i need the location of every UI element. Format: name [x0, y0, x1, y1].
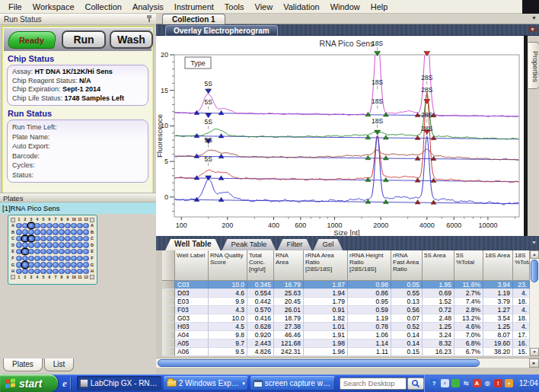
well-F3[interactable]: [28, 256, 33, 261]
well-D9[interactable]: [65, 242, 70, 247]
well-B12[interactable]: [83, 229, 88, 234]
well-F10[interactable]: [71, 256, 76, 261]
well-D4[interactable]: [34, 242, 40, 247]
taskbar-window-button[interactable]: 2 Windows Explorer▾: [164, 376, 248, 390]
menu-help[interactable]: Help: [365, 1, 394, 13]
well-B8[interactable]: [59, 229, 64, 234]
shield-icon[interactable]: !: [494, 379, 502, 387]
well-E7[interactable]: [53, 249, 58, 254]
well-G6[interactable]: [46, 262, 52, 267]
well-H8[interactable]: [59, 269, 64, 274]
well-E11[interactable]: [77, 249, 82, 254]
chevron-down-icon[interactable]: ▼: [531, 15, 537, 21]
well-H3[interactable]: [28, 269, 33, 274]
well-E2[interactable]: [22, 249, 27, 254]
well-F9[interactable]: [65, 256, 70, 261]
menu-analysis[interactable]: Analysis: [127, 1, 169, 13]
tab-collection-1[interactable]: Collection 1: [162, 14, 225, 24]
well-A10[interactable]: [71, 223, 76, 228]
menu-workspace[interactable]: Workspace: [27, 1, 80, 13]
menu-validation[interactable]: Validation: [278, 1, 325, 13]
well-D10[interactable]: [71, 242, 76, 247]
column-header[interactable]: RNA Area: [274, 250, 304, 281]
well-B10[interactable]: [71, 229, 76, 234]
plate-corner-icon[interactable]: [90, 218, 94, 222]
well-B2[interactable]: [22, 229, 27, 234]
well-B11[interactable]: [77, 229, 82, 234]
well-A11[interactable]: [77, 223, 82, 228]
well-F11[interactable]: [77, 256, 82, 261]
well-A2[interactable]: [22, 223, 27, 228]
well-C12[interactable]: [83, 236, 88, 241]
horizontal-scrollbar[interactable]: ►: [156, 358, 539, 368]
well-B1[interactable]: [16, 229, 21, 234]
magnifier-icon[interactable]: ◎: [483, 379, 492, 387]
horizontal-scroll-thumb[interactable]: [158, 359, 480, 367]
menu-view[interactable]: View: [250, 1, 279, 13]
well-D8[interactable]: [59, 242, 64, 247]
well-A9[interactable]: [65, 223, 70, 228]
search-button[interactable]: [407, 378, 424, 390]
table-row[interactable]: F034.30.57026.010.910.590.560.722.8%1.27…: [162, 306, 530, 314]
table-row[interactable]: A049.80.92046.461.911.060.143.247.0%8.07…: [162, 331, 530, 339]
well-F8[interactable]: [59, 256, 64, 261]
plate-corner-icon[interactable]: [90, 275, 94, 279]
well-G5[interactable]: [40, 262, 46, 267]
well-G4[interactable]: [34, 262, 40, 267]
well-D7[interactable]: [53, 242, 58, 247]
selected-plate-item[interactable]: [1]RNA Pico Sens: [0, 202, 156, 214]
column-header[interactable]: Total Conc. [ng/ul]: [247, 250, 274, 281]
well-F2[interactable]: [22, 256, 27, 261]
run-button[interactable]: Run: [62, 30, 106, 49]
column-header[interactable]: 5S %Total: [454, 250, 483, 281]
well-H10[interactable]: [71, 269, 76, 274]
table-row[interactable]: A059.72.443121.681.981.140.148.326.8%19.…: [162, 339, 530, 348]
well-B7[interactable]: [53, 229, 58, 234]
well-C2[interactable]: [22, 236, 27, 241]
well-E10[interactable]: [71, 249, 76, 254]
table-row[interactable]: A069.54.826242.311.961.110.1516.236.7%38…: [162, 348, 530, 356]
menu-instrument[interactable]: Instrument: [169, 1, 219, 13]
well-B3[interactable]: [28, 229, 33, 234]
chevron-down-icon[interactable]: ▼: [528, 27, 537, 32]
well-F12[interactable]: [83, 256, 88, 261]
well-C5[interactable]: [40, 236, 46, 241]
well-F6[interactable]: [46, 256, 52, 261]
table-row[interactable]: D034.60.55425.631.940.860.550.692.7%1.19…: [162, 289, 530, 298]
table-row[interactable]: C0310.00.34516.791.870.980.051.9511.6%3.…: [162, 281, 530, 289]
tab-plates[interactable]: Plates: [3, 359, 43, 371]
column-header[interactable]: 18S Area: [483, 250, 513, 281]
tab-gel[interactable]: Gel: [314, 239, 343, 250]
tab-properties[interactable]: Properties: [528, 42, 539, 89]
well-G7[interactable]: [53, 262, 58, 267]
well-E12[interactable]: [83, 249, 88, 254]
well-D6[interactable]: [46, 242, 52, 247]
well-C1[interactable]: [16, 236, 21, 241]
well-G9[interactable]: [65, 262, 70, 267]
table-row[interactable]: G0310.00.41618.791.821.190.072.4813.2%3.…: [162, 314, 530, 323]
plate-96well-grid[interactable]: 123456789101112AABBCCDDEEFFGGHH123456789…: [8, 215, 97, 285]
well-B5[interactable]: [40, 229, 46, 234]
vertical-scroll-thumb[interactable]: [531, 260, 538, 282]
well-C9[interactable]: [65, 236, 70, 241]
well-G10[interactable]: [71, 262, 76, 267]
well-A1[interactable]: [16, 223, 21, 228]
well-C6[interactable]: [46, 236, 52, 241]
taskbar-window-button[interactable]: screen capture windo...: [250, 376, 335, 390]
well-C7[interactable]: [53, 236, 58, 241]
column-header[interactable]: 18S %Tota: [513, 250, 530, 281]
well-C11[interactable]: [77, 236, 82, 241]
well-G1[interactable]: [16, 262, 21, 267]
table-row[interactable]: E039.90.44220.451.790.950.131.527.4%3.79…: [162, 298, 530, 306]
menu-tools[interactable]: Tools: [219, 1, 250, 13]
well-E3[interactable]: [28, 249, 33, 254]
well-H12[interactable]: [83, 269, 88, 274]
column-header[interactable]: rRNA Height Ratio [28S/18S]: [348, 250, 391, 281]
table-row[interactable]: H034.50.62827.381.010.780.521.254.6%1.25…: [162, 323, 530, 331]
column-header[interactable]: Well Label: [175, 250, 209, 281]
well-D2[interactable]: [22, 242, 27, 247]
taskbar-window-button[interactable]: LabChip GX - RNA Pic...: [77, 376, 161, 390]
well-H2[interactable]: [22, 269, 27, 274]
column-header[interactable]: rRNA Area Ratio [28S/18S]: [304, 250, 348, 281]
well-B4[interactable]: [34, 229, 40, 234]
